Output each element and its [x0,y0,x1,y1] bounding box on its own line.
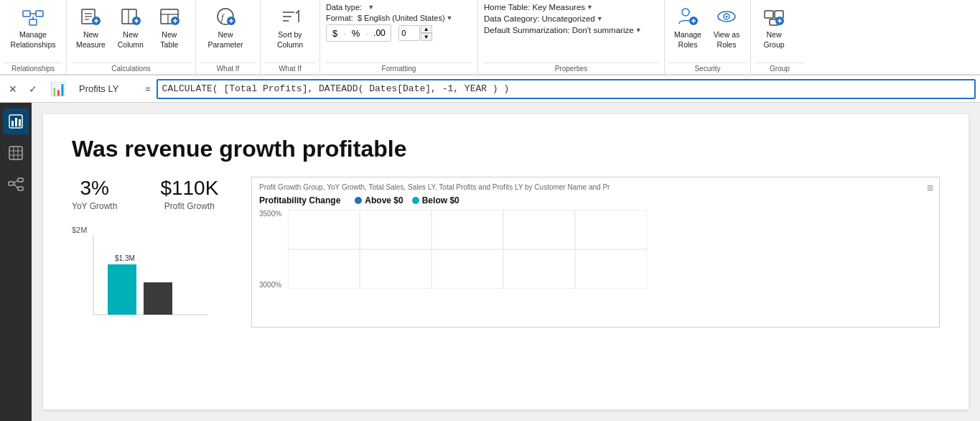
ribbon-group-sort: Sort byColumn What If [261,0,320,74]
formula-equals: = [142,83,154,94]
formatting-group-label: Formatting [326,63,472,74]
y-label-3500: 3500% [259,210,285,218]
kpi-yoy-value: 3% [80,177,108,200]
chart-panel-title: Profit Growth Group, YoY Growth, Total S… [259,183,932,191]
new-measure-button[interactable]: NewMeasure [71,1,111,52]
kpi-profit-growth: $110K Profit Growth [160,177,218,211]
new-table-label: NewTable [160,30,178,50]
svg-rect-46 [15,118,17,126]
page-title: Was revenue growth profitable [72,136,940,162]
home-table-dropdown[interactable]: Home Table: Key Measures ▼ [484,3,593,11]
decimal-down-button[interactable]: ▼ [421,33,432,41]
formula-chart-icon: 📊 [50,81,66,97]
group-group-label: Group [755,63,804,74]
svg-rect-61 [144,282,172,315]
ribbon-group-formatting: Data type: ▼ Format: $ English (United S… [320,0,478,74]
new-group-icon [762,5,785,28]
datatype-dropdown[interactable]: ▼ [366,4,374,11]
currency-button[interactable]: $ [330,24,340,42]
ribbon-group-calculations: NewMeasure NewColumn [67,0,196,74]
format-symbols-row: $ · % · .00 0 ▲ ▼ [326,24,472,42]
decimal-button[interactable]: .00 [371,28,388,38]
format-dropdown[interactable]: $ English (United States) ▼ [358,14,453,22]
svg-line-57 [14,184,18,189]
view-as-roles-icon [715,5,738,28]
kpi-profit-label: Profit Growth [164,201,215,211]
datatype-row: Data type: ▼ [326,3,472,11]
properties-group-label: Properties [484,63,658,74]
svg-text:f: f [221,11,225,22]
bar-chart-svg: $1.3M [72,236,215,336]
right-chart-svg [288,210,647,289]
legend-below: Below $0 [412,195,459,205]
confirm-button[interactable]: ✓ [24,81,42,97]
ribbon-main: Manage Relationships Relationships [0,0,980,75]
format-row: Format: $ English (United States) ▼ [326,14,472,22]
ribbon-group-security: ManageRoles View asRoles Security [665,0,751,74]
new-parameter-label: NewParameter [207,30,243,50]
ribbon-group-whatif: f NewParameter What If [196,0,261,74]
kpi-yoy-label: YoY Growth [72,201,117,211]
legend-row: Profitability Change Above $0 Below $0 [259,195,932,205]
percent-button[interactable]: % [349,28,363,39]
manage-roles-label: ManageRoles [674,30,701,50]
svg-rect-38 [765,11,773,18]
bar-chart-y-label: $2M [72,226,87,234]
svg-rect-53 [9,182,14,185]
ribbon: Manage Relationships Relationships [0,0,980,75]
calculations-group-label: Calculations [71,63,191,74]
legend-above-dot [355,197,362,204]
new-group-label: NewGroup [763,30,784,50]
kpi-yoy-growth: 3% YoY Growth [72,177,117,211]
new-column-icon [119,5,142,28]
svg-line-56 [14,180,18,184]
new-column-label: NewColumn [118,30,144,50]
manage-relationships-icon [22,5,45,28]
svg-rect-60 [108,264,136,315]
svg-rect-2 [29,19,37,25]
new-parameter-button[interactable]: f NewParameter [200,1,251,52]
y-label-3000: 3000% [259,281,285,289]
kpi-profit-value: $110K [160,177,218,200]
view-as-roles-label: View asRoles [714,30,740,50]
security-group-label: Security [669,63,746,74]
legend-below-dot [412,197,419,204]
svg-rect-55 [18,187,23,190]
cancel-button[interactable]: ✕ [4,81,22,97]
manage-relationships-button[interactable]: Manage Relationships [4,1,62,52]
left-sidebar [0,103,32,421]
legend-above: Above $0 [355,195,403,205]
panel-handle[interactable]: ≡ [927,182,933,195]
default-summ-dropdown[interactable]: Default Summarization: Don't summarize ▼ [484,26,642,34]
sort-icon [279,5,302,28]
sidebar-item-model[interactable] [3,172,29,198]
data-category-dropdown[interactable]: Data Category: Uncategorized ▼ [484,14,603,23]
svg-rect-48 [9,147,22,159]
ribbon-group-group: NewGroup Group [751,0,808,74]
svg-rect-47 [19,119,21,126]
svg-rect-0 [23,11,30,17]
new-table-button[interactable]: NewTable [151,1,188,52]
new-table-icon [158,5,181,28]
new-column-button[interactable]: NewColumn [112,1,149,52]
format-label: Format: [326,14,353,22]
relationships-group-label: Relationships [4,63,62,74]
sidebar-item-data[interactable] [3,140,29,166]
home-table-row: Home Table: Key Measures ▼ [484,3,658,11]
data-category-row: Data Category: Uncategorized ▼ [484,14,658,23]
sort-by-column-button[interactable]: Sort byColumn [265,1,315,52]
sidebar-item-report[interactable] [3,108,29,134]
right-chart-panel: ≡ Profit Growth Group, YoY Growth, Total… [251,177,940,328]
svg-text:$1.3M: $1.3M [115,254,135,262]
new-group-button[interactable]: NewGroup [755,1,793,52]
formula-input[interactable] [157,79,976,99]
main-content: Was revenue growth profitable 3% YoY Gro… [32,103,980,421]
manage-roles-icon [676,5,699,28]
view-as-roles-button[interactable]: View asRoles [708,1,745,52]
ribbon-group-properties: Home Table: Key Measures ▼ Data Category… [478,0,665,74]
manage-roles-button[interactable]: ManageRoles [669,1,706,52]
decimal-places-input[interactable]: 0 [398,25,420,41]
format-bar: $ · % · .00 [326,24,391,42]
decimal-up-button[interactable]: ▲ [421,25,432,33]
whatif-group-label: What If [200,63,256,74]
